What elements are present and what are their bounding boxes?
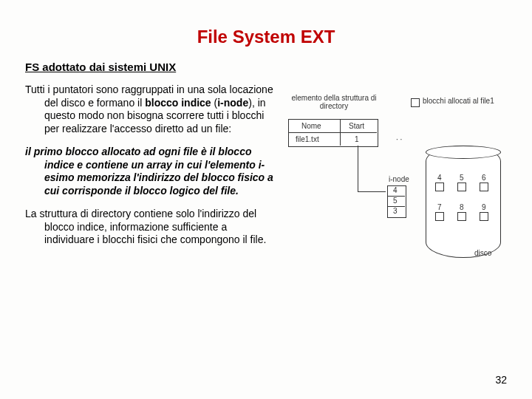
block-6-icon	[480, 183, 488, 191]
paragraph-3: La struttura di directory contiene solo …	[25, 208, 276, 247]
inode-row-1: 5	[393, 197, 398, 205]
pointer-h	[358, 191, 386, 192]
inode-row-2: 3	[393, 207, 398, 215]
content-columns: Tutti i puntatori sono raggruppati in un…	[25, 83, 507, 271]
directory-label: elemento della struttura di directory	[290, 94, 378, 110]
connector-dots: · ·	[396, 135, 402, 143]
block-9-icon	[480, 212, 488, 221]
block-5-icon	[457, 183, 466, 191]
block-9-label: 9	[482, 203, 486, 211]
slide-subtitle: FS adottato dai sistemi UNIX	[25, 61, 507, 73]
diagram: elemento della struttura di directory bl…	[285, 94, 507, 271]
block-6-label: 6	[482, 174, 486, 182]
legend-box-icon	[411, 98, 420, 107]
disk-cylinder	[426, 146, 501, 258]
cell-start: 1	[355, 135, 359, 143]
table-vline	[340, 119, 341, 146]
cell-filename: file1.txt	[296, 135, 319, 143]
pointer-v	[358, 146, 358, 191]
block-4-icon	[435, 183, 444, 191]
block-7-icon	[435, 212, 444, 221]
col-start: Start	[349, 122, 364, 130]
block-7-label: 7	[437, 203, 442, 211]
slide-title: File System EXT	[25, 27, 507, 47]
disk-label: disco	[474, 249, 491, 257]
block-4-label: 4	[437, 174, 442, 182]
inode-label: i-node	[389, 175, 409, 183]
page-number: 32	[495, 374, 507, 386]
text-column: Tutti i puntatori sono raggruppati in un…	[25, 83, 276, 271]
table-hline	[288, 132, 377, 133]
block-5-label: 5	[460, 174, 464, 182]
blocks-legend-label: blocchi allocati al file1	[423, 97, 494, 105]
col-name: Nome	[301, 122, 321, 130]
block-8-icon	[457, 212, 466, 221]
diagram-column: elemento della struttura di directory bl…	[285, 83, 507, 271]
block-8-label: 8	[460, 203, 464, 211]
paragraph-2: il primo blocco allocato ad ogni file è …	[25, 146, 276, 197]
paragraph-1: Tutti i puntatori sono raggruppati in un…	[25, 83, 276, 135]
inode-row-0: 4	[393, 186, 398, 194]
